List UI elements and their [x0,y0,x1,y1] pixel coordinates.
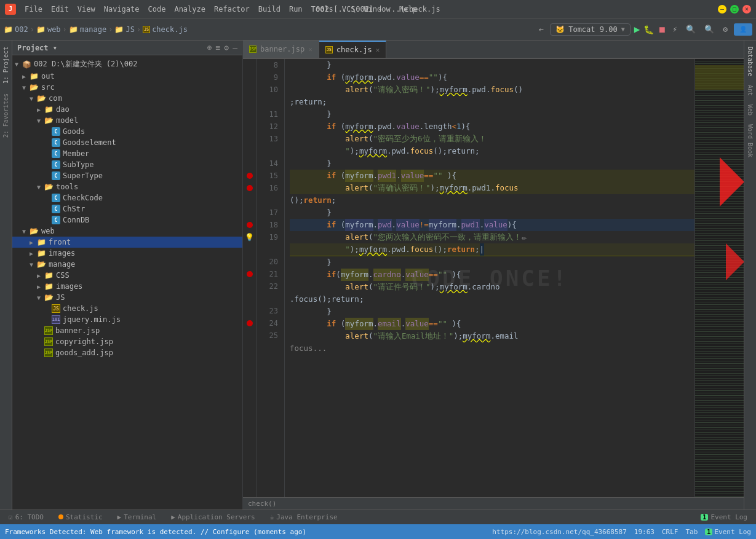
tree-label-subtype: SubType [63,160,94,169]
breadcrumb-002[interactable]: 002 [15,25,28,34]
tab-bannerjsp-close[interactable]: ✕ [308,45,312,53]
project-panel-tab[interactable]: 1: Project [1,43,10,87]
menu-item-edit[interactable]: Edit [47,4,73,15]
eventlog-tab[interactable]: 1 Event Log [697,512,751,522]
tree-item-jqueryjs[interactable]: 101 jquery.min.js [12,314,242,325]
tab-checkjs[interactable]: JS check.js ✕ [319,41,386,58]
tree-item-dao[interactable]: ▶ 📁 dao [12,104,242,115]
sidebar-add-btn[interactable]: ⊕ [207,43,212,52]
todo-tab[interactable]: ☑ 6: TODO [5,512,47,522]
tree-item-src[interactable]: ▼ 📂 src [12,82,242,93]
tree-item-images-manage[interactable]: ▶ 📁 images [12,281,242,292]
run-config-selector[interactable]: 🐱 Tomcat 9.00 ▼ [550,23,631,36]
tree-item-com[interactable]: ▼ 📂 com [12,93,242,104]
coverage-button[interactable]: ⚡ [670,23,680,35]
wordbook-panel-tab[interactable]: Word Book [746,120,755,161]
tree-item-goodselement[interactable]: C Goodselement [12,137,242,148]
profile-button[interactable]: 🔍 [683,23,698,35]
settings-button[interactable]: ⚙ [720,23,730,35]
close-button[interactable]: × [742,5,751,14]
tree-item-subtype[interactable]: C SubType [12,159,242,170]
tree-label-checkcode: CheckCode [63,194,103,202]
search-button[interactable]: 🔍 [702,23,717,35]
window-controls: – □ × [718,5,751,14]
tree-item-checkjs[interactable]: JS check.js [12,303,242,314]
tree-folder-dao: 📁 [44,105,54,114]
ln-15: 15 [257,170,278,182]
sidebar-minimize-btn[interactable]: — [233,43,237,52]
back-button[interactable]: ← [536,23,546,35]
tree-item-copyrightjsp[interactable]: JSP copyright.jsp [12,336,242,347]
tree-item-manage[interactable]: ▼ 📂 manage [12,259,242,270]
tree-item-js-folder[interactable]: ▼ 📂 JS [12,292,242,303]
tree-item-web[interactable]: ▼ 📂 web [12,226,242,237]
ln-13b [257,145,278,157]
maximize-button[interactable]: □ [730,5,739,14]
breadcrumb-manage[interactable]: manage [80,25,106,34]
tab-checkjs-close[interactable]: ✕ [376,46,380,54]
status-frameworks[interactable]: Frameworks Detected: Web framework is de… [5,528,306,536]
sidebar-settings-btn[interactable]: ⚙ [224,43,229,52]
database-panel-tab[interactable]: Database [746,43,755,80]
menu-item-file[interactable]: File [21,4,46,15]
gutter: 💡 [243,59,257,497]
minimize-button[interactable]: – [718,5,726,14]
tree-item-checkcode[interactable]: C CheckCode [12,192,242,203]
sidebar-scroll-btn[interactable]: ≡ [216,43,221,52]
tree-item-member[interactable]: C Member [12,148,242,159]
tree-item-front[interactable]: ▶ 📁 front [12,237,242,248]
tree-item-root[interactable]: ▼ 📦 002 D:\新建文件夹 (2)\002 [12,58,242,71]
breakpoint-18[interactable] [247,222,253,228]
web-panel-tab[interactable]: Web [746,101,755,119]
breadcrumb-checkjs[interactable]: check.js [152,25,188,34]
statistic-tab[interactable]: Statistic [55,512,106,522]
gutter-17 [243,207,256,219]
tree-item-bannerjsp[interactable]: JSP banner.jsp [12,325,242,336]
tree-item-images-web[interactable]: ▶ 📁 images [12,248,242,259]
breakpoint-24[interactable] [247,320,253,326]
menu-item-analyze[interactable]: Analyze [170,4,209,15]
tree-item-supertype[interactable]: C SuperType [12,170,242,181]
stop-button[interactable]: ⏹ [658,25,666,34]
toolbar-right: ← 🐱 Tomcat 9.00 ▼ ▶ 🐛 ⏹ ⚡ 🔍 🔍 ⚙ 👤 [536,23,752,36]
breadcrumb-web[interactable]: web [47,25,61,34]
code-content[interactable]: CODE ONCE! } if (myform.pwd.value==""){ … [285,59,694,497]
breakpoint-16[interactable] [247,185,253,191]
menu-item-refactor[interactable]: Refactor [210,4,253,15]
tree-item-conndb[interactable]: C ConnDB [12,214,242,226]
terminal-tab[interactable]: ▶ Terminal [114,512,161,522]
code-editor[interactable]: 💡 8 9 10 11 [243,59,744,497]
debug-button[interactable]: 🐛 [643,25,654,34]
status-eventlog[interactable]: 1 Event Log [705,528,751,536]
user-avatar[interactable]: 👤 [734,23,752,36]
appservers-tab[interactable]: ▶ Application Servers [167,512,258,522]
ln-18: 18 [257,219,278,231]
tree-item-model[interactable]: ▼ 📂 model [12,115,242,126]
ant-panel-tab[interactable]: Ant [746,81,755,100]
tree-item-goods[interactable]: C Goods [12,126,242,137]
gutter-22 [243,280,256,293]
favorites-panel-tab[interactable]: 2: Favorites [1,90,10,141]
menu-item-view[interactable]: View [74,4,99,15]
tree-item-css[interactable]: ▶ 📁 CSS [12,270,242,281]
breadcrumb-js[interactable]: JS [125,25,134,34]
tree-item-goodsaddjsp[interactable]: JSP goods_add.jsp [12,347,242,358]
tree-item-chstr[interactable]: C ChStr [12,203,242,214]
tree-folder-js: 📂 [44,293,54,302]
javaenterprise-tab[interactable]: ☕ Java Enterprise [266,512,341,522]
tab-bannerjsp[interactable]: JSP banner.jsp ✕ [243,41,319,58]
tree-item-out[interactable]: ▶ 📁 out [12,71,242,82]
tree-item-tools[interactable]: ▼ 📂 tools [12,181,242,192]
menu-item-code[interactable]: Code [145,4,170,15]
status-filetype: Tab [685,528,698,536]
breakpoint-15[interactable] [247,173,253,179]
menu-item-build[interactable]: Build [255,4,284,15]
breakpoint-21[interactable] [247,271,253,277]
bulb-19[interactable]: 💡 [245,233,254,242]
edit-icon-19[interactable]: ✏ [522,231,527,243]
tree-folder-images-manage: 📁 [44,282,54,291]
menu-item-run[interactable]: Run [285,4,306,15]
tree-label-goods: Goods [63,127,85,136]
run-button[interactable]: ▶ [634,23,640,35]
menu-item-navigate[interactable]: Navigate [100,4,143,15]
